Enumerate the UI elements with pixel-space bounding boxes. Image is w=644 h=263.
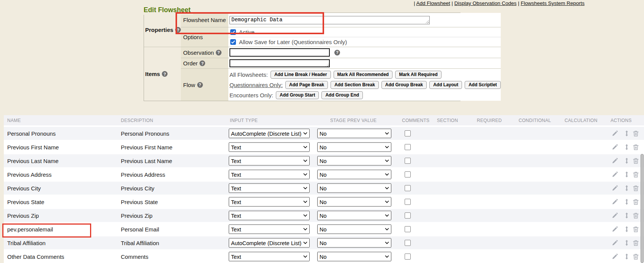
item-description: Previous Last Name [121,158,172,164]
delete-trash-icon[interactable] [633,185,639,192]
flow-action-button[interactable]: Add Section Break [331,81,379,89]
help-icon[interactable] [162,71,168,77]
column-header-name: NAME [7,118,21,123]
flow-action-button[interactable]: Add Group Break [381,81,427,89]
stage-prev-value-select[interactable]: No [317,170,391,179]
stage-prev-value-select[interactable]: No [317,225,391,234]
move-up-down-icon[interactable] [623,130,630,137]
flow-action-button[interactable]: Add Layout [429,81,462,89]
checkbox-checked-icon[interactable] [230,39,236,45]
comments-checkbox[interactable] [405,158,411,164]
top-links: | Add Flowsheet | Display Observation Co… [414,0,585,6]
stage-prev-value-select[interactable]: No [317,238,391,248]
delete-trash-icon[interactable] [633,130,639,137]
comments-checkbox[interactable] [405,185,411,191]
comments-checkbox[interactable] [405,171,411,177]
edit-pencil-icon[interactable] [612,144,618,151]
observation-input[interactable] [229,48,330,57]
flowsheet-name-input[interactable]: Demographic Data [229,16,430,24]
help-icon[interactable] [175,27,181,33]
order-input[interactable] [229,59,330,67]
comments-checkbox[interactable] [405,240,411,246]
stage-prev-value-select[interactable]: No [317,129,391,138]
move-up-down-icon[interactable] [623,240,630,246]
top-link[interactable]: Flowsheets System Reports [521,0,584,6]
flow-action-button[interactable]: Mark All Recommended [334,71,393,79]
edit-pencil-icon[interactable] [612,199,618,205]
item-description: Previous Address [121,171,165,178]
delete-trash-icon[interactable] [633,226,639,233]
input-type-select[interactable]: Text [229,170,310,179]
input-type-select[interactable]: Text [229,156,310,166]
input-type-select[interactable]: AutoComplete (Discrete List) [229,238,310,248]
flow-action-button[interactable]: Add Page Break [285,81,328,89]
stage-prev-value-select[interactable]: No [317,184,391,193]
properties-label: Properties [145,27,173,33]
flow-group: All Flowsheets:Add Line Break / HeaderMa… [229,70,501,80]
comments-checkbox[interactable] [405,253,411,260]
stage-prev-value-select[interactable]: No [317,211,391,220]
link-separator: | [450,0,454,6]
comments-checkbox[interactable] [405,212,411,219]
stage-prev-value-select[interactable]: No [317,197,391,207]
move-up-down-icon[interactable] [623,226,630,233]
flow-action-button[interactable]: Add Group End [321,91,363,99]
flow-group-label: Questionnaires Only: [229,82,283,88]
chevron-down-icon [385,201,389,203]
edit-pencil-icon[interactable] [612,212,618,219]
stage-prev-value-select[interactable]: No [317,143,391,152]
edit-pencil-icon[interactable] [612,240,618,246]
edit-pencil-icon[interactable] [612,226,618,233]
vertical-scrollbar[interactable] [641,154,644,263]
input-type-select[interactable]: Text [229,143,310,152]
comments-checkbox[interactable] [405,144,411,150]
edit-pencil-icon[interactable] [612,158,618,164]
move-up-down-icon[interactable] [623,158,630,164]
flow-action-button[interactable]: Add Scriptlet [465,81,501,89]
input-type-select[interactable]: Text [229,211,310,220]
help-icon[interactable] [197,82,203,88]
move-up-down-icon[interactable] [623,253,630,260]
flow-action-button[interactable]: Add Line Break / Header [271,71,331,79]
stage-prev-value-select[interactable]: No [317,156,391,166]
item-name: Previous Zip [7,212,39,219]
delete-trash-icon[interactable] [633,158,639,164]
delete-trash-icon[interactable] [633,199,639,205]
move-up-down-icon[interactable] [623,171,630,178]
input-type-select[interactable]: Text [229,197,310,207]
edit-pencil-icon[interactable] [612,130,618,137]
comments-checkbox[interactable] [405,130,411,136]
move-up-down-icon[interactable] [623,144,630,151]
flow-action-button[interactable]: Add Group Start [276,91,319,99]
stage-prev-value-select[interactable]: No [317,252,391,261]
delete-trash-icon[interactable] [633,253,639,260]
top-link[interactable]: Display Observation Codes [454,0,517,6]
delete-trash-icon[interactable] [633,240,639,246]
input-type-select[interactable]: Text [229,252,310,261]
comments-checkbox[interactable] [405,199,411,205]
flow-groups: All Flowsheets:Add Line Break / HeaderMa… [228,69,501,101]
checkbox-checked-icon[interactable] [230,29,236,35]
delete-trash-icon[interactable] [633,171,639,178]
move-up-down-icon[interactable] [623,185,630,192]
delete-trash-icon[interactable] [633,212,639,219]
move-up-down-icon[interactable] [623,212,630,219]
chevron-down-icon [385,132,389,135]
edit-pencil-icon[interactable] [612,185,618,192]
chevron-down-icon [303,187,307,190]
input-type-select[interactable]: AutoComplete (Discrete List) [229,129,310,138]
top-link[interactable]: Add Flowsheet [416,0,450,6]
input-type-select[interactable]: Text [229,184,310,193]
edit-pencil-icon[interactable] [612,171,618,178]
input-type-select[interactable]: Text [229,225,310,234]
flow-action-button[interactable]: Mark All Required [395,71,441,79]
edit-pencil-icon[interactable] [612,253,618,260]
comments-checkbox[interactable] [405,226,411,232]
table-header: NAME DESCRIPTION INPUT TYPE STAGE PREV V… [4,115,644,127]
move-up-down-icon[interactable] [623,199,630,205]
help-icon[interactable] [334,50,340,55]
delete-trash-icon[interactable] [633,144,639,151]
help-icon[interactable] [199,60,205,66]
column-header-actions: ACTIONS [611,118,631,123]
help-icon[interactable] [216,50,222,55]
